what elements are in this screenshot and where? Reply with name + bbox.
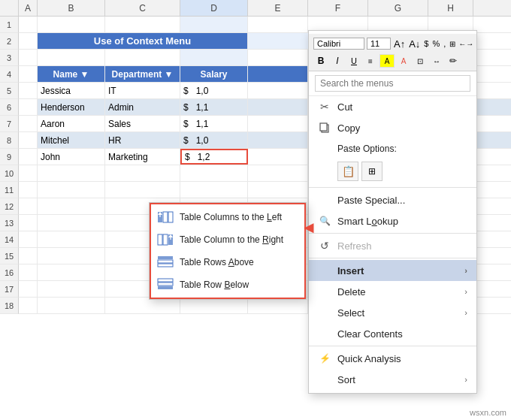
refresh-icon: ↺ <box>318 239 331 252</box>
percent-btn[interactable]: % <box>431 37 440 50</box>
cell-b7[interactable]: Aaron <box>38 116 105 131</box>
menu-item-smart-lookup[interactable]: 🔍 Smart Lookup <box>309 210 476 231</box>
cell-e8[interactable] <box>248 132 308 148</box>
svg-rect-13 <box>158 260 173 263</box>
menu-item-insert[interactable]: Insert › <box>309 260 476 281</box>
lookup-icon: 🔍 <box>318 214 331 228</box>
font-color-btn[interactable]: A <box>396 54 411 68</box>
cell-d1[interactable] <box>180 17 248 32</box>
menu-item-copy[interactable]: Copy <box>309 117 476 138</box>
cell-c8[interactable]: HR <box>105 132 180 148</box>
cell-e7[interactable] <box>248 116 308 131</box>
underline-btn[interactable]: U <box>346 54 361 68</box>
cell-b5[interactable]: Jessica <box>38 83 105 98</box>
cell-d7[interactable]: $ 1,1 <box>180 116 248 131</box>
cell-a9[interactable] <box>19 149 38 165</box>
svg-rect-15 <box>158 279 173 282</box>
menu-item-select[interactable]: Select › <box>309 302 476 323</box>
row-num-4: 4 <box>0 66 19 83</box>
comma-btn[interactable]: , <box>443 37 446 50</box>
context-menu: A↑ A↓ $ % , ⊞ ←→ B I U ≡ A A ⊡ ↔ ✏ <box>308 30 477 394</box>
menu-item-cut[interactable]: ✂ Cut <box>309 96 476 117</box>
cell-e6[interactable] <box>248 99 308 115</box>
cell-a1[interactable] <box>19 17 38 32</box>
cell-c4[interactable]: Department ▼ <box>105 66 180 82</box>
svg-rect-17 <box>158 286 173 289</box>
submenu-rows-above[interactable]: Table Rows Above <box>150 251 306 273</box>
svg-rect-14 <box>158 264 173 267</box>
merge-btn[interactable]: ⊡ <box>413 54 428 68</box>
font-size-input[interactable] <box>367 38 391 50</box>
cell-b3[interactable] <box>38 50 105 65</box>
cell-c9[interactable]: Marketing <box>105 149 180 165</box>
cut-icon: ✂ <box>318 100 331 113</box>
format-toolbar: A↑ A↓ $ % , ⊞ ←→ B I U ≡ A A ⊡ ↔ ✏ <box>309 34 476 71</box>
svg-rect-8 <box>163 234 168 245</box>
cell-d4[interactable]: Salary <box>180 66 248 82</box>
col-header-c: C <box>105 0 180 16</box>
cell-d9-selected[interactable]: $ 1,2 <box>180 149 248 165</box>
cell-d6[interactable]: $ 1,1 <box>180 99 248 115</box>
delete-arrow: › <box>464 287 467 296</box>
cell-a6[interactable] <box>19 99 38 115</box>
cell-c3[interactable] <box>105 50 180 65</box>
col-header-h: H <box>428 0 473 16</box>
sort-icon <box>318 373 331 386</box>
cell-e4[interactable] <box>248 66 308 82</box>
cell-a4[interactable] <box>19 66 38 82</box>
cell-a3[interactable] <box>19 50 38 65</box>
search-input[interactable] <box>315 75 470 92</box>
cell-b6[interactable]: Henderson <box>38 99 105 115</box>
menu-item-quick-analysis[interactable]: ⚡ Quick Analysis <box>309 348 476 369</box>
select-icon <box>318 306 331 319</box>
menu-item-delete[interactable]: Delete › <box>309 281 476 302</box>
submenu-cols-left[interactable]: Table Columns to the Left <box>150 206 306 228</box>
decrease-font-btn[interactable]: A↓ <box>408 37 421 50</box>
row-num-2: 2 <box>0 33 19 50</box>
cell-c1[interactable] <box>105 17 180 32</box>
cell-c6[interactable]: Admin <box>105 99 180 115</box>
cell-b2-merged[interactable]: Use of Context Menu <box>38 33 248 49</box>
align-btn[interactable]: ≡ <box>363 54 378 68</box>
format-btn2[interactable]: ↔ <box>429 54 444 68</box>
dollar-btn[interactable]: $ <box>423 37 429 50</box>
highlight-btn[interactable]: A <box>379 54 395 68</box>
cell-b9[interactable]: John <box>38 149 105 165</box>
row-num-17: 17 <box>0 281 19 298</box>
cell-d8[interactable]: $ 1,0 <box>180 132 248 148</box>
cell-e5[interactable] <box>248 83 308 98</box>
paste-btn-1[interactable]: 📋 <box>337 162 358 181</box>
menu-item-sort[interactable]: Sort › <box>309 369 476 390</box>
increase-font-btn[interactable]: A↑ <box>393 37 406 50</box>
cell-a8[interactable] <box>19 132 38 148</box>
cell-c5[interactable]: IT <box>105 83 180 98</box>
paint-btn[interactable]: ✏ <box>446 54 461 68</box>
menu-item-refresh[interactable]: ↺ Refresh <box>309 235 476 256</box>
cell-a2[interactable] <box>19 33 38 49</box>
cell-b1[interactable] <box>38 17 105 32</box>
menu-item-paste-special[interactable]: Paste Special... <box>309 189 476 210</box>
cell-c7[interactable]: Sales <box>105 116 180 131</box>
cell-d3[interactable] <box>180 50 248 65</box>
col-header-a: A <box>19 0 38 16</box>
menu-item-clear[interactable]: Clear Contents <box>309 323 476 344</box>
submenu-col-right[interactable]: Table Column to the Right <box>150 228 306 251</box>
cell-b8[interactable]: Mitchel <box>38 132 105 148</box>
bold-btn[interactable]: B <box>313 54 328 68</box>
cell-a7[interactable] <box>19 116 38 131</box>
border-btn[interactable]: ⊞ <box>449 37 456 50</box>
cell-d2[interactable] <box>248 33 316 49</box>
submenu-row-below[interactable]: Table Row Below <box>150 273 306 296</box>
italic-btn[interactable]: I <box>330 54 345 68</box>
cell-b4[interactable]: Name ▼ <box>38 66 105 82</box>
cell-e3[interactable] <box>248 50 308 65</box>
insert-submenu: Table Columns to the Left Table Column t… <box>149 202 307 300</box>
font-name-input[interactable] <box>313 38 364 50</box>
cell-e9[interactable] <box>248 149 308 165</box>
indent-btn[interactable]: ←→ <box>458 37 473 50</box>
cell-e1[interactable] <box>248 17 308 32</box>
cell-d5[interactable]: $ 1,0 <box>180 83 248 98</box>
divider-4 <box>309 346 476 346</box>
cell-a5[interactable] <box>19 83 38 98</box>
paste-btn-2[interactable]: ⊞ <box>361 162 382 181</box>
